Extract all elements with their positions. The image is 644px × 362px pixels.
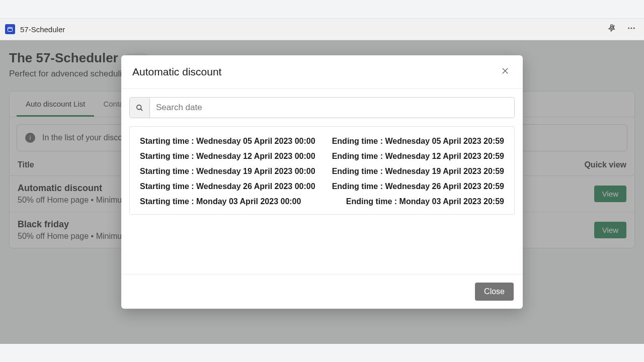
search-wrap xyxy=(129,97,515,118)
search-icon xyxy=(130,98,150,118)
svg-point-4 xyxy=(137,105,141,109)
svg-point-3 xyxy=(633,27,635,29)
schedule-modal: Automatic discount Starting time : Wedne… xyxy=(121,55,523,309)
schedule-end: Ending time : Wednesday 12 April 2023 20… xyxy=(332,152,504,161)
schedule-row: Starting time : Wednesday 26 April 2023 … xyxy=(140,179,504,194)
svg-rect-0 xyxy=(8,28,13,32)
browser-chrome-strip xyxy=(0,0,644,18)
schedule-row: Starting time : Wednesday 05 April 2023 … xyxy=(140,134,504,149)
pin-icon[interactable] xyxy=(605,22,619,37)
svg-point-1 xyxy=(628,27,629,29)
schedule-row: Starting time : Wednesday 19 April 2023 … xyxy=(140,164,504,179)
close-icon[interactable] xyxy=(499,64,512,79)
schedule-list: Starting time : Wednesday 05 April 2023 … xyxy=(129,126,515,215)
schedule-end: Ending time : Wednesday 19 April 2023 20… xyxy=(332,167,504,176)
app-bar: 57-Scheduler xyxy=(0,18,644,40)
schedule-end: Ending time : Monday 03 April 2023 20:59 xyxy=(346,197,504,206)
app-logo-icon xyxy=(5,24,15,34)
schedule-start: Starting time : Monday 03 April 2023 00:… xyxy=(140,197,301,206)
more-icon[interactable] xyxy=(624,22,639,37)
schedule-start: Starting time : Wednesday 05 April 2023 … xyxy=(140,137,315,146)
schedule-end: Ending time : Wednesday 05 April 2023 20… xyxy=(332,137,504,146)
bottom-strip xyxy=(0,344,644,362)
app-name: 57-Scheduler xyxy=(20,25,65,34)
schedule-end: Ending time : Wednesday 26 April 2023 20… xyxy=(332,182,504,191)
schedule-start: Starting time : Wednesday 12 April 2023 … xyxy=(140,152,315,161)
search-input[interactable] xyxy=(150,98,514,118)
modal-title: Automatic discount xyxy=(132,66,221,78)
close-button[interactable]: Close xyxy=(475,283,514,301)
svg-point-2 xyxy=(631,27,632,29)
schedule-row: Starting time : Wednesday 12 April 2023 … xyxy=(140,149,504,164)
schedule-start: Starting time : Wednesday 26 April 2023 … xyxy=(140,182,315,191)
schedule-row: Starting time : Monday 03 April 2023 00:… xyxy=(140,194,504,209)
schedule-start: Starting time : Wednesday 19 April 2023 … xyxy=(140,167,315,176)
